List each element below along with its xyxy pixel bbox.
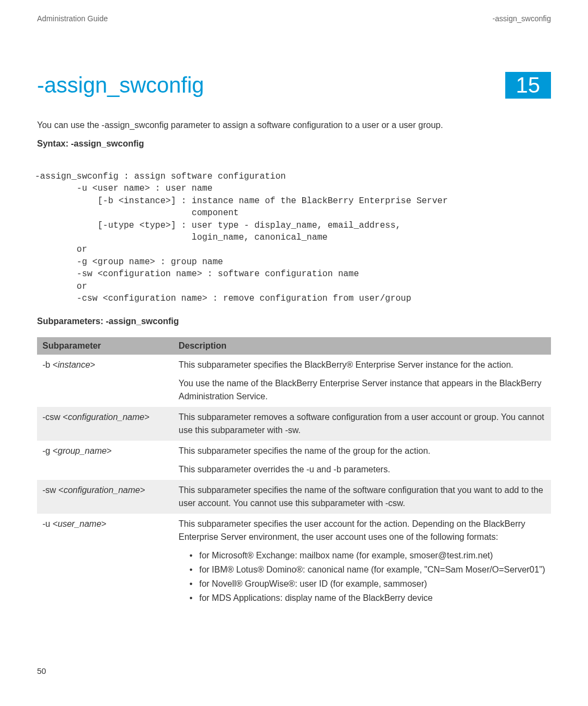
syntax-label: Syntax: -assign_swconfig bbox=[37, 139, 551, 149]
subparameter-name: -csw <configuration_name> bbox=[37, 407, 173, 441]
table-row: -g <group_name> This subparameter specif… bbox=[37, 441, 551, 480]
list-item: for Microsoft® Exchange: mailbox name (f… bbox=[189, 549, 546, 562]
intro-paragraph: You can use the -assign_swconfig paramet… bbox=[37, 120, 551, 130]
subparameters-table: Subparameter Description -b <instance> T… bbox=[37, 337, 551, 610]
syntax-label-bold: -assign_swconfig bbox=[71, 139, 144, 148]
chapter-number-badge: 15 bbox=[505, 72, 552, 99]
page-title: -assign_swconfig bbox=[37, 73, 204, 98]
subparameter-description: This subparameter specifies the user acc… bbox=[173, 514, 551, 610]
subparameter-description: This subparameter specifies the name of … bbox=[173, 480, 551, 514]
subparameter-name: -g <group_name> bbox=[37, 441, 173, 480]
list-item: for Novell® GroupWise®: user ID (for exa… bbox=[189, 577, 546, 591]
title-row: -assign_swconfig 15 bbox=[37, 72, 551, 99]
list-item: for IBM® Lotus® Domino®: canonical name … bbox=[189, 563, 546, 576]
header-left: Administration Guide bbox=[37, 14, 108, 23]
list-item: for MDS Applications: display name of th… bbox=[189, 592, 546, 605]
document-header: Administration Guide -assign_swconfig bbox=[37, 14, 551, 23]
subparam-label-prefix: Subparameters: bbox=[37, 317, 106, 326]
subparameter-name: -u <user_name> bbox=[37, 514, 173, 610]
bullet-list: for Microsoft® Exchange: mailbox name (f… bbox=[179, 549, 546, 605]
table-row: -b <instance> This subparameter specifie… bbox=[37, 355, 551, 407]
subparameter-description: This subparameter specifies the BlackBer… bbox=[173, 355, 551, 407]
subparameter-description: This subparameter specifies the name of … bbox=[173, 441, 551, 480]
table-header-subparameter: Subparameter bbox=[37, 337, 173, 355]
subparameters-label: Subparameters: -assign_swconfig bbox=[37, 317, 551, 326]
header-right: -assign_swconfig bbox=[493, 14, 551, 23]
syntax-code-block: -assign_swconfig : assign software confi… bbox=[35, 171, 551, 305]
table-header-row: Subparameter Description bbox=[37, 337, 551, 355]
subparameter-description: This subparameter removes a software con… bbox=[173, 407, 551, 441]
table-header-description: Description bbox=[173, 337, 551, 355]
table-row: -csw <configuration_name> This subparame… bbox=[37, 407, 551, 441]
subparameter-name: -sw <configuration_name> bbox=[37, 480, 173, 514]
page-number: 50 bbox=[37, 666, 46, 675]
subparameter-name: -b <instance> bbox=[37, 355, 173, 407]
table-row: -sw <configuration_name> This subparamet… bbox=[37, 480, 551, 514]
table-row: -u <user_name> This subparameter specifi… bbox=[37, 514, 551, 610]
subparam-label-bold: -assign_swconfig bbox=[106, 317, 179, 326]
syntax-label-prefix: Syntax: bbox=[37, 139, 71, 148]
